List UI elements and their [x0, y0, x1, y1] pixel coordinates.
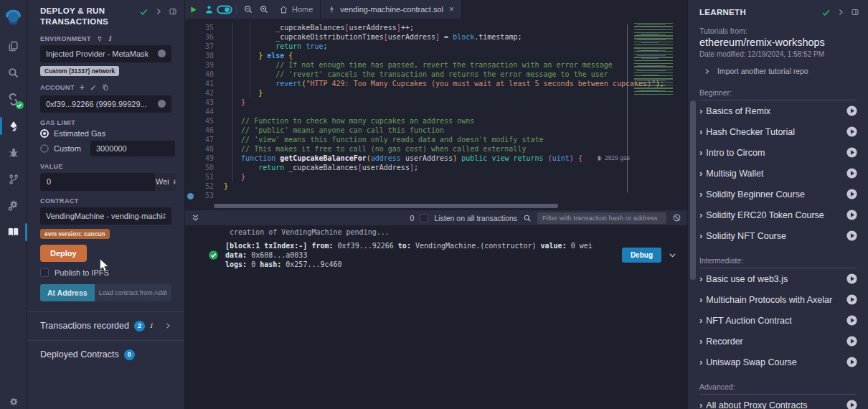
deployed-contracts-row[interactable]: Deployed Contracts 0: [27, 340, 184, 369]
breakpoint-margin[interactable]: [185, 60, 197, 70]
code-line[interactable]: 36 _cupcakeDistributionTimes[userAddress…: [185, 32, 687, 42]
breakpoint-margin[interactable]: [185, 32, 197, 42]
tutorial-item[interactable]: ›All about Proxy Contracts: [688, 395, 868, 409]
code-line[interactable]: 51 }: [185, 172, 687, 182]
minimap[interactable]: [630, 22, 681, 95]
breakpoint-margin[interactable]: [185, 154, 197, 163]
play-tutorial-icon[interactable]: [846, 126, 858, 138]
code-line[interactable]: 47 // 'view' means this function only re…: [185, 135, 687, 144]
plugin-manager-icon[interactable]: [0, 192, 27, 219]
chevron-right-icon[interactable]: [155, 8, 162, 15]
breakpoint-margin[interactable]: [185, 116, 197, 126]
tutorial-item[interactable]: ›Solidity NFT Course: [688, 225, 868, 246]
code-line[interactable]: 35 _cupcakeBalances[userAddress]++;: [185, 23, 687, 32]
remix-logo-icon[interactable]: [0, 0, 27, 33]
account-select[interactable]: 0xf39...92266 (9999.99929...: [40, 95, 171, 113]
code-line[interactable]: 53: [185, 191, 687, 200]
tutorial-item[interactable]: ›Intro to Circom: [688, 142, 868, 163]
tutorial-item[interactable]: ›Hash Checker Tutorial: [688, 121, 868, 142]
chevron-right-icon[interactable]: ›: [699, 357, 702, 367]
transaction-log-row[interactable]: [block:1 txIndex:-] from: 0xf39...92266 …: [185, 238, 687, 269]
breakpoint-margin[interactable]: [185, 79, 197, 88]
code-line[interactable]: 50 return _cupcakeBalances[userAddress];: [185, 163, 687, 172]
breakpoint-margin[interactable]: [185, 107, 197, 116]
tutorial-item[interactable]: ›Multichain Protocols with Axelar: [688, 289, 868, 310]
filter-input[interactable]: [537, 212, 666, 224]
zoom-out-icon[interactable]: [240, 0, 256, 19]
code-line[interactable]: 46 // 'public' means anyone can call thi…: [185, 126, 687, 135]
toggle-icon[interactable]: [217, 0, 232, 19]
plus-icon[interactable]: +: [80, 83, 85, 93]
code-line[interactable]: 43 }: [185, 98, 687, 107]
edit-icon[interactable]: [90, 84, 97, 91]
code-line[interactable]: 40 // 'revert' cancels the transaction a…: [185, 70, 687, 79]
tutorial-item[interactable]: ›Multisig Wallet: [688, 163, 868, 184]
play-tutorial-icon[interactable]: [846, 146, 858, 159]
assistant-icon[interactable]: [201, 0, 217, 19]
code-line[interactable]: 44: [185, 107, 687, 116]
play-tutorial-icon[interactable]: [846, 209, 858, 221]
learneth-icon[interactable]: [0, 219, 27, 245]
tutorial-item[interactable]: ›Recorder: [688, 331, 868, 352]
play-tutorial-icon[interactable]: [846, 335, 858, 347]
code-line[interactable]: 37 return true;: [185, 42, 687, 51]
chevron-down-icon[interactable]: [668, 250, 677, 260]
listen-checkbox[interactable]: [420, 214, 428, 222]
info-icon[interactable]: i: [150, 322, 152, 329]
tutorial-item[interactable]: ›Basic use of web3.js: [688, 268, 868, 289]
chevron-right-icon[interactable]: ›: [699, 230, 702, 241]
chevron-right-icon[interactable]: ›: [699, 126, 702, 137]
tutorial-item[interactable]: ›Uniswap Swap Course: [688, 352, 868, 372]
chevron-right-icon[interactable]: ›: [699, 210, 702, 220]
info-icon[interactable]: i: [108, 35, 111, 42]
git-icon[interactable]: [0, 166, 27, 192]
estimated-gas-radio[interactable]: [40, 129, 49, 138]
custom-gas-input[interactable]: [90, 141, 175, 156]
breakpoint-margin[interactable]: [185, 98, 197, 107]
run-script-icon[interactable]: [185, 0, 201, 19]
breakpoint-margin[interactable]: [185, 172, 197, 182]
play-tutorial-icon[interactable]: [846, 314, 858, 326]
code-line[interactable]: 48 // This makes it free to call (no gas…: [185, 144, 687, 154]
breakpoint-margin[interactable]: [185, 126, 197, 135]
publish-ipfs-row[interactable]: Publish to IPFS: [40, 268, 171, 277]
close-tab-icon[interactable]: ×: [449, 4, 454, 14]
file-explorer-icon[interactable]: [0, 33, 27, 60]
code-line[interactable]: 42 }: [185, 88, 687, 98]
pin-panel-icon[interactable]: [851, 8, 859, 17]
tab-vending-machine-contract[interactable]: vending-machine-contract.sol ×: [320, 0, 462, 19]
terminal-expand-icon[interactable]: [191, 213, 200, 222]
contract-select[interactable]: VendingMachine - vending-machin ▴▾: [40, 207, 171, 225]
plug-icon[interactable]: [96, 35, 103, 42]
custom-gas-radio[interactable]: [40, 144, 49, 153]
debugger-icon[interactable]: [0, 139, 27, 166]
scrollbar-thumb[interactable]: [214, 204, 558, 208]
settings-icon[interactable]: [0, 390, 27, 409]
code-line[interactable]: 45 // Function to check how many cupcake…: [185, 116, 687, 126]
at-address-button[interactable]: At Address: [40, 284, 95, 301]
deploy-button[interactable]: Deploy: [40, 245, 87, 262]
play-tutorial-icon[interactable]: [846, 105, 858, 117]
import-tutorial-repo[interactable]: Import another tutorial repo: [704, 67, 857, 75]
value-input[interactable]: [40, 173, 155, 191]
breakpoint-margin[interactable]: [185, 88, 197, 98]
breakpoint-margin[interactable]: [185, 191, 197, 200]
play-tutorial-icon[interactable]: [846, 167, 858, 179]
code-line[interactable]: 38 } else {: [185, 51, 687, 60]
transactions-recorded-row[interactable]: Transactions recorded 2 i: [27, 311, 184, 340]
environment-select[interactable]: Injected Provider - MetaMask: [40, 45, 171, 62]
clear-console-icon[interactable]: [672, 213, 681, 222]
chevron-right-icon[interactable]: ›: [699, 168, 702, 179]
breakpoint-icon[interactable]: [187, 193, 194, 199]
chevron-right-icon[interactable]: ›: [699, 294, 702, 305]
play-tutorial-icon[interactable]: [846, 356, 858, 368]
chevron-right-icon[interactable]: ›: [699, 336, 702, 347]
chevron-right-icon[interactable]: ›: [699, 315, 702, 326]
zoom-in-icon[interactable]: [256, 0, 272, 19]
tutorial-item[interactable]: ›NFT Auction Contract: [688, 310, 868, 331]
breakpoint-margin[interactable]: [185, 51, 197, 60]
search-icon[interactable]: [0, 60, 27, 86]
chevron-right-icon[interactable]: ›: [699, 400, 702, 409]
pin-panel-icon[interactable]: [169, 7, 177, 16]
debug-button[interactable]: Debug: [622, 248, 661, 263]
